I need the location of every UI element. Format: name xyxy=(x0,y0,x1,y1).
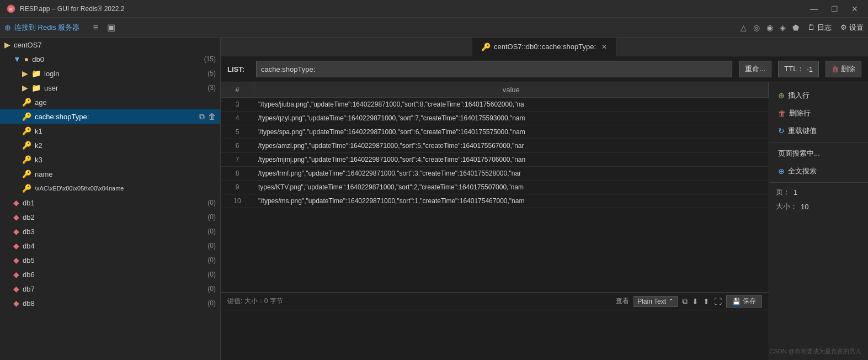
close-button[interactable]: ✕ xyxy=(848,3,861,14)
table-row[interactable]: 4/types/qzyl.png","updateTime":164022987… xyxy=(221,112,769,125)
log-button[interactable]: 🗒 日志 xyxy=(808,23,832,33)
table-row[interactable]: 7/types/mjmj.png","updateTime":164022987… xyxy=(221,153,769,167)
ttl-value: -1 xyxy=(806,65,813,73)
insert-row-button[interactable]: ⊕ 插入行 xyxy=(769,87,868,104)
sidebar-item-db2[interactable]: ◆ db2 (0) xyxy=(0,210,220,224)
db1-count: (0) xyxy=(207,199,216,207)
db2-count: (0) xyxy=(207,213,216,221)
connect-button[interactable]: ⊕ 连接到 Redis 服务器 xyxy=(4,23,79,33)
github-icon[interactable]: ⬟ xyxy=(792,23,799,32)
db6-icon: ◆ xyxy=(13,270,19,279)
save-button[interactable]: 💾 保存 xyxy=(726,295,762,308)
table-row[interactable]: 10"/types/ms.png","updateTime":164022987… xyxy=(221,194,769,208)
table-row-value: /types/qzyl.png","updateTime":1640229871… xyxy=(254,112,769,125)
sidebar-item-cache-shoptype[interactable]: 🔑 cache:shopType: ⧉ 🗑 xyxy=(0,109,220,124)
db0-count: (15) xyxy=(204,55,216,63)
value-size-label: 键值: 大小：0 字节 xyxy=(227,297,283,306)
key-name-input[interactable] xyxy=(256,61,732,77)
table-row[interactable]: 8/types/lrmf.png","updateTime":164022987… xyxy=(221,167,769,181)
sidebar-item-db7[interactable]: ◆ db7 (0) xyxy=(0,282,220,296)
page-search-button[interactable]: 页面搜索中... xyxy=(769,145,868,162)
alert-icon[interactable]: △ xyxy=(741,23,747,32)
trash-icon[interactable]: 🗑 xyxy=(208,112,216,121)
sidebar-item-xac[interactable]: 🔑 \xAC\xED\x00\x05t\x00\x04name xyxy=(0,181,220,195)
sidebar-item-db3[interactable]: ◆ db3 (0) xyxy=(0,224,220,239)
circle-icon[interactable]: ◉ xyxy=(766,23,773,32)
xac-icon: 🔑 xyxy=(22,184,31,193)
twitter-icon[interactable]: ◈ xyxy=(780,23,786,32)
table-row-index: 9 xyxy=(221,181,254,194)
tab-label: centOS7::db0::cache:shopType: xyxy=(494,43,596,51)
age-label: age xyxy=(35,98,216,107)
sidebar-item-db1[interactable]: ◆ db1 (0) xyxy=(0,195,220,210)
delete-button[interactable]: 🗑 删除 xyxy=(826,61,861,77)
value-toolbar: 键值: 大小：0 字节 查看 Plain Text ⌃ ⧉ ⬇ ⬆ ⛶ xyxy=(221,293,769,310)
ttl-label: TTL： xyxy=(784,64,804,74)
login-label: login xyxy=(44,70,205,78)
log-icon: 🗒 xyxy=(808,23,815,31)
plain-text-select[interactable]: Plain Text ⌃ xyxy=(633,296,678,307)
select-chevron-icon: ⌃ xyxy=(668,298,674,305)
sidebar-item-k1[interactable]: 🔑 k1 xyxy=(0,124,220,138)
table-scroll[interactable]: 3"/types/jiuba.png","updateTime":1640229… xyxy=(221,98,769,292)
rename-button[interactable]: 重命... xyxy=(739,61,771,77)
titlebar: R RESP.app – GUI for Redis® 2022.2 — ☐ ✕ xyxy=(0,0,868,18)
copy-icon[interactable]: ⧉ xyxy=(199,112,205,121)
menu-icon[interactable]: ≡ xyxy=(90,22,100,34)
tab-close-button[interactable]: ✕ xyxy=(601,43,607,51)
sidebar-item-db6[interactable]: ◆ db6 (0) xyxy=(0,267,220,282)
copy-value-icon[interactable]: ⧉ xyxy=(682,297,688,306)
sidebar-item-name[interactable]: 🔑 name xyxy=(0,167,220,181)
sidebar-item-db0[interactable]: ▼ ● db0 (15) xyxy=(0,52,220,66)
table-row[interactable]: 3"/types/jiuba.png","updateTime":1640229… xyxy=(221,98,769,112)
sidebar-item-db5[interactable]: ◆ db5 (0) xyxy=(0,253,220,267)
table-row[interactable]: 9types/KTV.png","updateTime":16402298710… xyxy=(221,181,769,194)
tab-key-icon: 🔑 xyxy=(481,43,491,51)
expand-icon[interactable]: ⛶ xyxy=(714,297,722,306)
minimize-button[interactable]: — xyxy=(807,3,821,14)
table-row-value: '/types/spa.png","updateTime":1640229871… xyxy=(254,125,769,139)
download-icon[interactable]: ⬇ xyxy=(692,297,699,306)
settings-button[interactable]: ⚙ 设置 xyxy=(840,23,864,33)
upload-icon[interactable]: ⬆ xyxy=(703,297,710,306)
sidebar-item-age[interactable]: 🔑 age xyxy=(0,95,220,109)
sidebar-item-k3[interactable]: 🔑 k3 xyxy=(0,152,220,167)
user-icon: 📁 xyxy=(31,83,41,92)
table-value-wrapper: # value 3"/types/jiuba.png","updateTime"… xyxy=(221,82,769,360)
k2-icon: 🔑 xyxy=(22,141,31,150)
maximize-button[interactable]: ☐ xyxy=(828,3,842,14)
name-label: name xyxy=(35,170,216,178)
layout-icon[interactable]: ▣ xyxy=(105,21,118,34)
divider1 xyxy=(769,142,868,142)
server-label: centOS7 xyxy=(14,41,216,49)
sidebar-item-server[interactable]: ▶ centOS7 xyxy=(0,38,220,52)
age-key-icon: 🔑 xyxy=(22,98,31,107)
page-field: 页： 1 xyxy=(769,185,868,199)
app-title: RESP.app – GUI for Redis® 2022.2 xyxy=(20,5,807,13)
table-row[interactable]: 6/types/amzl.png","updateTime":164022987… xyxy=(221,139,769,153)
page-value: 1 xyxy=(794,188,797,197)
db7-icon: ◆ xyxy=(13,284,19,293)
size-label: 大小： xyxy=(776,202,797,211)
sidebar-item-k2[interactable]: 🔑 k2 xyxy=(0,138,220,152)
app-icon: R xyxy=(7,4,15,13)
reload-button[interactable]: ↻ 重载键值 xyxy=(769,122,868,140)
help-icon[interactable]: ◎ xyxy=(753,23,760,32)
sidebar-item-db8[interactable]: ◆ db8 (0) xyxy=(0,296,220,310)
page-label: 页： xyxy=(776,187,790,197)
k3-label: k3 xyxy=(35,156,216,164)
value-area: 键值: 大小：0 字节 查看 Plain Text ⌃ ⧉ ⬇ ⬆ ⛶ xyxy=(221,292,769,360)
table-row[interactable]: 5'/types/spa.png","updateTime":164022987… xyxy=(221,125,769,139)
sidebar-item-login[interactable]: ▶ 📁 login (5) xyxy=(0,66,220,81)
sidebar-item-db4[interactable]: ◆ db4 (0) xyxy=(0,239,220,253)
full-search-button[interactable]: ⊕ 全文搜索 xyxy=(769,162,868,180)
tab-cache-shoptype[interactable]: 🔑 centOS7::db0::cache:shopType: ✕ xyxy=(472,38,616,56)
size-field: 大小： 10 xyxy=(769,199,868,214)
db3-label: db3 xyxy=(23,227,205,236)
settings-icon: ⚙ xyxy=(840,23,847,31)
toolbar: ⊕ 连接到 Redis 服务器 ≡ ▣ △ ◎ ◉ ◈ ⬟ 🗒 日志 ⚙ 设置 xyxy=(0,18,868,38)
sidebar-item-user[interactable]: ▶ 📁 user (3) xyxy=(0,81,220,95)
xac-label: \xAC\xED\x00\x05t\x00\x04name xyxy=(35,185,216,192)
delete-row-button[interactable]: 🗑 删除行 xyxy=(769,104,868,122)
value-editor[interactable] xyxy=(221,310,769,360)
